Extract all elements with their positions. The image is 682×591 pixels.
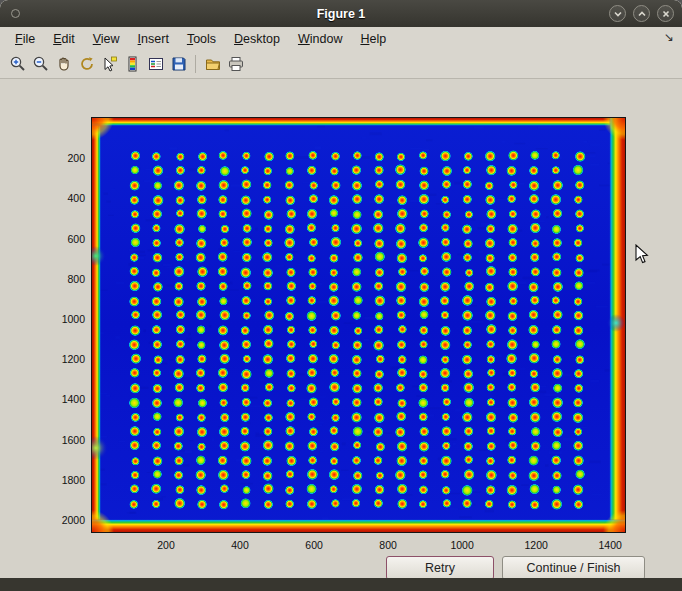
menu-view[interactable]: View <box>84 29 129 49</box>
y-tick-label: 1000 <box>41 313 85 325</box>
menu-edit[interactable]: Edit <box>44 29 84 49</box>
pan-icon <box>55 55 73 73</box>
close-icon <box>661 9 671 19</box>
zoom-out-button[interactable] <box>29 52 52 76</box>
zoom-in-button[interactable] <box>6 52 29 76</box>
open-folder-icon <box>204 55 222 73</box>
x-tick-label: 1200 <box>516 539 556 551</box>
x-tick-label: 1000 <box>442 539 482 551</box>
y-tick-label: 1600 <box>41 434 85 446</box>
y-tick-label: 1400 <box>41 393 85 405</box>
zoom-in-icon <box>9 55 27 73</box>
x-tick-label: 200 <box>146 539 186 551</box>
menu-tools[interactable]: Tools <box>178 29 225 49</box>
window-menu-icon[interactable] <box>11 9 20 18</box>
menu-file[interactable]: File <box>6 29 44 49</box>
shade-button[interactable] <box>609 5 626 22</box>
close-button[interactable] <box>657 5 674 22</box>
x-tick-label: 800 <box>368 539 408 551</box>
maximize-button[interactable] <box>633 5 650 22</box>
continue-finish-button[interactable]: Continue / Finish <box>502 556 645 580</box>
window-title: Figure 1 <box>317 7 366 21</box>
retry-button[interactable]: Retry <box>386 556 494 580</box>
data-cursor-icon <box>101 55 119 73</box>
y-tick-label: 600 <box>41 233 85 245</box>
y-tick-label: 800 <box>41 273 85 285</box>
mouse-cursor <box>635 244 649 265</box>
rotate-3d-icon <box>78 55 96 73</box>
print-button[interactable] <box>224 52 247 76</box>
figure-window: Figure 1 File Edit View Insert Tools Des… <box>0 0 682 591</box>
plot-axes <box>91 117 626 533</box>
toolbar-separator <box>195 55 196 73</box>
x-tick-label: 600 <box>294 539 334 551</box>
pan-button[interactable] <box>52 52 75 76</box>
open-button[interactable] <box>201 52 224 76</box>
shade-icon <box>613 9 623 19</box>
print-icon <box>227 55 245 73</box>
menu-insert[interactable]: Insert <box>129 29 178 49</box>
zoom-out-icon <box>32 55 50 73</box>
y-tick-label: 200 <box>41 152 85 164</box>
colorbar-icon <box>124 55 142 73</box>
colorbar-button[interactable] <box>121 52 144 76</box>
y-tick-label: 1800 <box>41 474 85 486</box>
x-tick-label: 1400 <box>590 539 630 551</box>
save-button[interactable] <box>167 52 190 76</box>
menubar: File Edit View Insert Tools Desktop Wind… <box>0 27 682 50</box>
y-tick-label: 400 <box>41 192 85 204</box>
data-cursor-button[interactable] <box>98 52 121 76</box>
rotate-3d-button[interactable] <box>75 52 98 76</box>
window-bottom-edge <box>0 578 682 591</box>
titlebar[interactable]: Figure 1 <box>0 0 682 27</box>
x-tick-label: 400 <box>220 539 260 551</box>
menu-desktop[interactable]: Desktop <box>225 29 289 49</box>
legend-icon <box>147 55 165 73</box>
menu-help[interactable]: Help <box>351 29 395 49</box>
figure-toolbar <box>0 50 682 79</box>
heatmap-canvas[interactable] <box>92 118 625 532</box>
legend-button[interactable] <box>144 52 167 76</box>
save-icon <box>170 55 188 73</box>
dock-arrow-icon[interactable]: ↘ <box>664 30 674 44</box>
y-tick-label: 1200 <box>41 353 85 365</box>
maximize-icon <box>637 9 647 19</box>
y-tick-label: 2000 <box>41 514 85 526</box>
menu-window[interactable]: Window <box>289 29 351 49</box>
